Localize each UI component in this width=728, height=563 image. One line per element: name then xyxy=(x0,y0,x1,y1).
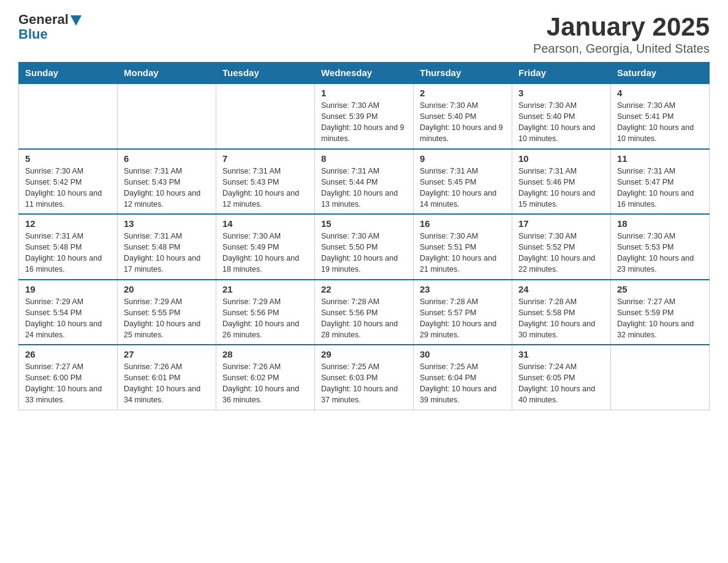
calendar-cell-w5-d5: 31Sunrise: 7:24 AM Sunset: 6:05 PM Dayli… xyxy=(512,345,611,410)
day-number: 14 xyxy=(222,218,308,229)
calendar-cell-w5-d1: 27Sunrise: 7:26 AM Sunset: 6:01 PM Dayli… xyxy=(118,345,216,410)
day-info: Sunrise: 7:26 AM Sunset: 6:01 PM Dayligh… xyxy=(124,361,210,406)
day-info: Sunrise: 7:30 AM Sunset: 5:51 PM Dayligh… xyxy=(420,231,506,275)
day-info: Sunrise: 7:30 AM Sunset: 5:40 PM Dayligh… xyxy=(518,100,604,145)
calendar-cell-w4-d1: 20Sunrise: 7:29 AM Sunset: 5:55 PM Dayli… xyxy=(118,280,216,345)
calendar-cell-w1-d4: 2Sunrise: 7:30 AM Sunset: 5:40 PM Daylig… xyxy=(414,83,512,149)
calendar-cell-w1-d6: 4Sunrise: 7:30 AM Sunset: 5:41 PM Daylig… xyxy=(611,83,710,149)
day-info: Sunrise: 7:29 AM Sunset: 5:54 PM Dayligh… xyxy=(25,296,111,341)
calendar-week-1: 1Sunrise: 7:30 AM Sunset: 5:39 PM Daylig… xyxy=(19,83,710,149)
header-tuesday: Tuesday xyxy=(216,63,315,84)
header-saturday: Saturday xyxy=(611,63,710,84)
header-wednesday: Wednesday xyxy=(315,63,414,84)
day-number: 23 xyxy=(420,284,506,294)
day-number: 13 xyxy=(124,218,210,229)
day-number: 19 xyxy=(25,284,111,294)
day-info: Sunrise: 7:31 AM Sunset: 5:46 PM Dayligh… xyxy=(518,166,604,210)
calendar-subtitle: Pearson, Georgia, United States xyxy=(533,42,710,56)
day-number: 29 xyxy=(321,349,407,359)
calendar-cell-w2-d2: 7Sunrise: 7:31 AM Sunset: 5:43 PM Daylig… xyxy=(216,149,315,215)
day-info: Sunrise: 7:25 AM Sunset: 6:03 PM Dayligh… xyxy=(321,361,407,406)
day-info: Sunrise: 7:30 AM Sunset: 5:40 PM Dayligh… xyxy=(420,100,506,145)
calendar-cell-w4-d6: 25Sunrise: 7:27 AM Sunset: 5:59 PM Dayli… xyxy=(611,280,710,345)
day-number: 30 xyxy=(420,349,506,359)
calendar-cell-w4-d4: 23Sunrise: 7:28 AM Sunset: 5:57 PM Dayli… xyxy=(414,280,512,345)
header-friday: Friday xyxy=(512,63,611,84)
day-info: Sunrise: 7:30 AM Sunset: 5:53 PM Dayligh… xyxy=(617,231,703,275)
day-number: 21 xyxy=(222,284,308,294)
day-number: 6 xyxy=(124,153,210,164)
calendar-cell-w1-d3: 1Sunrise: 7:30 AM Sunset: 5:39 PM Daylig… xyxy=(315,83,414,149)
calendar-cell-w5-d2: 28Sunrise: 7:26 AM Sunset: 6:02 PM Dayli… xyxy=(216,345,315,410)
day-number: 27 xyxy=(124,349,210,359)
day-info: Sunrise: 7:31 AM Sunset: 5:44 PM Dayligh… xyxy=(321,166,407,210)
day-info: Sunrise: 7:31 AM Sunset: 5:47 PM Dayligh… xyxy=(617,166,703,210)
calendar-cell-w2-d5: 10Sunrise: 7:31 AM Sunset: 5:46 PM Dayli… xyxy=(512,149,611,215)
calendar-cell-w4-d3: 22Sunrise: 7:28 AM Sunset: 5:56 PM Dayli… xyxy=(315,280,414,345)
day-info: Sunrise: 7:28 AM Sunset: 5:57 PM Dayligh… xyxy=(420,296,506,341)
day-number: 10 xyxy=(518,153,604,164)
calendar-cell-w5-d3: 29Sunrise: 7:25 AM Sunset: 6:03 PM Dayli… xyxy=(315,345,414,410)
calendar-cell-w4-d0: 19Sunrise: 7:29 AM Sunset: 5:54 PM Dayli… xyxy=(19,280,118,345)
day-number: 2 xyxy=(420,88,506,98)
day-number: 4 xyxy=(617,88,703,98)
calendar-week-5: 26Sunrise: 7:27 AM Sunset: 6:00 PM Dayli… xyxy=(19,345,710,410)
calendar-cell-w2-d3: 8Sunrise: 7:31 AM Sunset: 5:44 PM Daylig… xyxy=(315,149,414,215)
day-info: Sunrise: 7:30 AM Sunset: 5:41 PM Dayligh… xyxy=(617,100,703,145)
day-info: Sunrise: 7:24 AM Sunset: 6:05 PM Dayligh… xyxy=(518,361,604,406)
calendar-week-2: 5Sunrise: 7:30 AM Sunset: 5:42 PM Daylig… xyxy=(19,149,710,215)
calendar-title: January 2025 xyxy=(533,12,710,42)
calendar-cell-w1-d0 xyxy=(19,83,118,149)
day-info: Sunrise: 7:26 AM Sunset: 6:02 PM Dayligh… xyxy=(222,361,308,406)
day-info: Sunrise: 7:29 AM Sunset: 5:56 PM Dayligh… xyxy=(222,296,308,341)
day-info: Sunrise: 7:31 AM Sunset: 5:43 PM Dayligh… xyxy=(124,166,210,210)
day-number: 22 xyxy=(321,284,407,294)
calendar-body: 1Sunrise: 7:30 AM Sunset: 5:39 PM Daylig… xyxy=(19,83,710,410)
calendar-cell-w3-d0: 12Sunrise: 7:31 AM Sunset: 5:48 PM Dayli… xyxy=(19,214,118,280)
day-number: 20 xyxy=(124,284,210,294)
day-number: 11 xyxy=(617,153,703,164)
day-info: Sunrise: 7:31 AM Sunset: 5:48 PM Dayligh… xyxy=(25,231,111,275)
day-number: 24 xyxy=(518,284,604,294)
calendar-cell-w2-d0: 5Sunrise: 7:30 AM Sunset: 5:42 PM Daylig… xyxy=(19,149,118,215)
day-info: Sunrise: 7:30 AM Sunset: 5:50 PM Dayligh… xyxy=(321,231,407,275)
calendar-cell-w3-d3: 15Sunrise: 7:30 AM Sunset: 5:50 PM Dayli… xyxy=(315,214,414,280)
calendar-cell-w5-d0: 26Sunrise: 7:27 AM Sunset: 6:00 PM Dayli… xyxy=(19,345,118,410)
logo: General Blue xyxy=(18,12,82,42)
day-number: 25 xyxy=(617,284,703,294)
day-number: 31 xyxy=(518,349,604,359)
title-block: January 2025 Pearson, Georgia, United St… xyxy=(533,12,710,56)
day-info: Sunrise: 7:27 AM Sunset: 5:59 PM Dayligh… xyxy=(617,296,703,341)
calendar-cell-w3-d5: 17Sunrise: 7:30 AM Sunset: 5:52 PM Dayli… xyxy=(512,214,611,280)
calendar-cell-w2-d6: 11Sunrise: 7:31 AM Sunset: 5:47 PM Dayli… xyxy=(611,149,710,215)
day-number: 1 xyxy=(321,88,407,98)
day-number: 17 xyxy=(518,218,604,229)
calendar-cell-w1-d1 xyxy=(118,83,216,149)
day-number: 12 xyxy=(25,218,111,229)
day-info: Sunrise: 7:31 AM Sunset: 5:43 PM Dayligh… xyxy=(222,166,308,210)
day-info: Sunrise: 7:30 AM Sunset: 5:52 PM Dayligh… xyxy=(518,231,604,275)
day-number: 9 xyxy=(420,153,506,164)
calendar-cell-w3-d6: 18Sunrise: 7:30 AM Sunset: 5:53 PM Dayli… xyxy=(611,214,710,280)
calendar-cell-w3-d2: 14Sunrise: 7:30 AM Sunset: 5:49 PM Dayli… xyxy=(216,214,315,280)
day-info: Sunrise: 7:31 AM Sunset: 5:45 PM Dayligh… xyxy=(420,166,506,210)
day-info: Sunrise: 7:30 AM Sunset: 5:49 PM Dayligh… xyxy=(222,231,308,275)
calendar-header-row: Sunday Monday Tuesday Wednesday Thursday… xyxy=(19,63,710,84)
day-number: 28 xyxy=(222,349,308,359)
day-number: 15 xyxy=(321,218,407,229)
day-info: Sunrise: 7:31 AM Sunset: 5:48 PM Dayligh… xyxy=(124,231,210,275)
calendar-cell-w1-d2 xyxy=(216,83,315,149)
day-info: Sunrise: 7:30 AM Sunset: 5:42 PM Dayligh… xyxy=(25,166,111,210)
calendar-cell-w1-d5: 3Sunrise: 7:30 AM Sunset: 5:40 PM Daylig… xyxy=(512,83,611,149)
day-info: Sunrise: 7:25 AM Sunset: 6:04 PM Dayligh… xyxy=(420,361,506,406)
day-number: 16 xyxy=(420,218,506,229)
header-monday: Monday xyxy=(118,63,216,84)
day-number: 18 xyxy=(617,218,703,229)
day-info: Sunrise: 7:28 AM Sunset: 5:58 PM Dayligh… xyxy=(518,296,604,341)
calendar-cell-w2-d4: 9Sunrise: 7:31 AM Sunset: 5:45 PM Daylig… xyxy=(414,149,512,215)
calendar-week-4: 19Sunrise: 7:29 AM Sunset: 5:54 PM Dayli… xyxy=(19,280,710,345)
header-thursday: Thursday xyxy=(414,63,512,84)
day-number: 7 xyxy=(222,153,308,164)
calendar-cell-w3-d1: 13Sunrise: 7:31 AM Sunset: 5:48 PM Dayli… xyxy=(118,214,216,280)
day-number: 5 xyxy=(25,153,111,164)
